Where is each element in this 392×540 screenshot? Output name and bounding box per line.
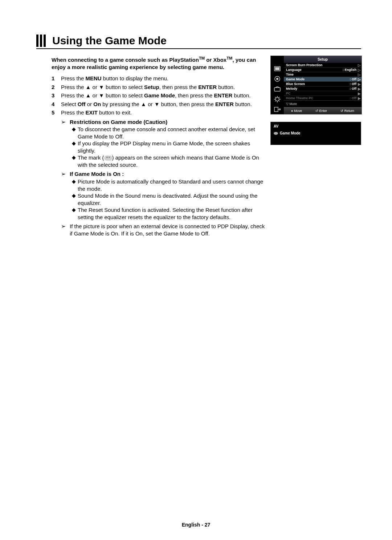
- osd-menu-item[interactable]: PC▶: [284, 91, 362, 96]
- chevron-right-icon: ▷: [358, 63, 361, 67]
- manual-page: Using the Game Mode When connecting to a…: [0, 0, 392, 540]
- osd-item-value: : Off: [350, 77, 357, 81]
- intro-frag: When connecting to a game console such a…: [52, 57, 199, 63]
- intro-text: When connecting to a game console such a…: [52, 56, 265, 70]
- gameon-header: ➢ If Game Mode is On :: [61, 170, 265, 178]
- osd-item-label: PC: [286, 92, 291, 95]
- list-text: Picture Mode is automatically changed to…: [78, 178, 265, 192]
- t: On: [93, 101, 101, 107]
- list-text: The Reset Sound function is activated. S…: [78, 206, 265, 221]
- osd-item-value: : Off: [350, 96, 357, 100]
- t: , then press the: [175, 92, 214, 98]
- osd-item-label: Time: [286, 73, 294, 76]
- setup-osd: Setup Screen Burn Protection▷Language: E…: [270, 56, 362, 114]
- osd-item-label: Home Theatre PC: [286, 96, 313, 100]
- list-item: ◆ To disconnect the game console and con…: [70, 126, 265, 140]
- step-body: Press the ▲ or ▼ button to select Game M…: [61, 92, 265, 99]
- osd-menu-item[interactable]: Blue Screen: Off▶: [284, 82, 362, 86]
- t: Move: [294, 109, 302, 113]
- source-osd: AV Game Mode: [270, 122, 361, 145]
- sub-section: ➢ Restrictions on Game mode (Caution) ◆ …: [61, 118, 265, 237]
- t: Press the ▲ or ▼ button to select: [61, 84, 144, 90]
- updown-icon: ♦: [291, 109, 293, 113]
- t: button to display the menu.: [102, 75, 168, 81]
- tm-mark: TM: [199, 56, 205, 60]
- t: ENTER: [214, 92, 233, 98]
- svg-rect-1: [275, 67, 279, 70]
- osd-item-label: Blue Screen: [286, 82, 305, 86]
- osd-column: Setup Screen Burn Protection▷Language: E…: [270, 56, 361, 145]
- page-footer: English - 27: [0, 522, 392, 528]
- t: or: [86, 101, 94, 107]
- chevron-right-icon: ▷: [358, 68, 361, 72]
- t: , then press the: [159, 84, 199, 90]
- osd-item-label: Language: [286, 68, 302, 72]
- sound-icon: [273, 75, 281, 83]
- osd-menu-item[interactable]: Screen Burn Protection▷: [284, 63, 362, 68]
- osd-menu-item[interactable]: Language: English▷: [284, 68, 362, 72]
- svg-rect-4: [274, 88, 280, 91]
- svg-rect-14: [274, 107, 278, 112]
- game-mode-indicator: Game Mode: [274, 131, 358, 135]
- diamond-icon: ◆: [70, 192, 78, 199]
- step-number: 3: [52, 92, 61, 99]
- svg-point-5: [275, 97, 279, 101]
- section-title-row: Using the Game Mode: [36, 35, 361, 49]
- picture-icon: [273, 65, 281, 73]
- osd-menu-item[interactable]: Time▷: [284, 72, 362, 77]
- restrictions-title: Restrictions on Game mode (Caution): [70, 118, 265, 126]
- svg-line-12: [275, 101, 276, 101]
- t: Setup: [144, 84, 159, 90]
- step-body: Press the EXIT button to exit.: [61, 109, 265, 116]
- osd-item-value: : Off: [350, 82, 357, 86]
- enter-icon: ⏎: [315, 109, 318, 113]
- t: Off: [78, 101, 86, 107]
- pointer-icon: ➢: [61, 170, 70, 178]
- osd-main: Setup Screen Burn Protection▷Language: E…: [284, 56, 362, 114]
- osd-rows: Screen Burn Protection▷Language: English…: [284, 63, 362, 100]
- t: button.: [217, 84, 235, 90]
- list-item: ◆ The mark () appears on the screen whic…: [70, 154, 265, 168]
- t: Press the: [61, 75, 86, 81]
- diamond-icon: ◆: [70, 140, 78, 146]
- osd-item-label: Screen Burn Protection: [286, 63, 323, 67]
- gamepad-icon: [104, 156, 112, 161]
- return-icon: ↺: [340, 109, 343, 113]
- osd-foot-return: ↺Return: [340, 109, 354, 113]
- list-text: To disconnect the game console and conne…: [78, 126, 265, 140]
- channel-icon: [273, 85, 281, 93]
- osd-menu-item[interactable]: Home Theatre PC: Off▶: [284, 96, 362, 100]
- game-mode-text: Game Mode: [280, 131, 301, 135]
- chevron-right-icon: ▶: [358, 96, 361, 100]
- text-column: When connecting to a game console such a…: [36, 56, 270, 237]
- osd-item-value: : Off: [350, 87, 357, 90]
- chevron-right-icon: ▷: [358, 77, 361, 81]
- step-row: 5 Press the EXIT button to exit.: [52, 109, 265, 116]
- list-item: ◆ The Reset Sound function is activated.…: [70, 206, 265, 221]
- content-row: When connecting to a game console such a…: [36, 56, 361, 237]
- osd-item-label: Game Mode: [286, 77, 305, 81]
- osd-foot-enter: ⏎Enter: [315, 109, 327, 113]
- step-row: 4 Select Off or On by pressing the ▲ or …: [52, 101, 265, 108]
- osd-item-label: Melody: [286, 87, 297, 90]
- osd-sidebar: [271, 56, 284, 114]
- osd-item-value: : English: [343, 68, 356, 72]
- step-row: 1 Press the MENU button to display the m…: [52, 75, 265, 82]
- setup-icon: [273, 95, 281, 103]
- list-text: If you display the PDP Display menu in G…: [78, 140, 265, 154]
- step-body: Select Off or On by pressing the ▲ or ▼ …: [61, 101, 265, 108]
- t: Enter: [319, 109, 327, 113]
- step-number: 1: [52, 75, 61, 82]
- restrictions-list: ◆ To disconnect the game console and con…: [61, 126, 265, 168]
- t: button.: [234, 101, 252, 107]
- tm-mark: TM: [226, 56, 232, 60]
- t: Return: [344, 109, 354, 113]
- step-number: 4: [52, 101, 61, 108]
- step-row: 3 Press the ▲ or ▼ button to select Game…: [52, 92, 265, 99]
- t: Press the: [61, 109, 86, 116]
- pointer-icon: ➢: [61, 118, 70, 126]
- osd-menu-item[interactable]: Game Mode: Off▷: [284, 77, 362, 82]
- osd-menu-item[interactable]: Melody: Off▶: [284, 86, 362, 91]
- gamepad-icon: [274, 132, 278, 135]
- list-text: The mark () appears on the screen which …: [78, 154, 265, 168]
